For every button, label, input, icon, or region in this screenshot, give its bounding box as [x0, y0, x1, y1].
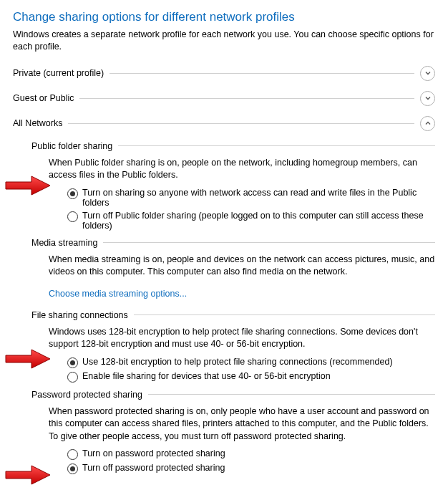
radio-icon	[67, 463, 78, 474]
password-sharing-heading: Password protected sharing	[31, 390, 435, 400]
file-sharing-desc: Windows uses 128-bit encryption to help …	[49, 326, 435, 351]
radio-label: Turn off password protected sharing	[82, 463, 435, 473]
radio-icon	[67, 449, 78, 460]
password-sharing-desc: When password protected sharing is on, o…	[49, 405, 435, 443]
advanced-sharing-page: Change sharing options for different net…	[0, 0, 448, 490]
profile-private-row[interactable]: Private (current profile)	[13, 66, 435, 81]
media-streaming-desc: When media streaming is on, people and d…	[49, 254, 435, 279]
public-folder-sharing-off-radio[interactable]: Turn off Public folder sharing (people l…	[67, 211, 435, 231]
radio-label: Use 128-bit encryption to help protect f…	[82, 357, 435, 367]
profile-all-label: All Networks	[13, 118, 68, 128]
media-streaming-heading: Media streaming	[31, 238, 435, 248]
section-heading-label: File sharing connections	[31, 310, 134, 320]
section-heading-label: Media streaming	[31, 238, 103, 248]
file-sharing-40bit-radio[interactable]: Enable file sharing for devices that use…	[67, 371, 435, 383]
profile-guest-row[interactable]: Guest or Public	[13, 91, 435, 106]
file-sharing-heading: File sharing connections	[31, 310, 435, 320]
annotation-arrow-icon	[3, 463, 53, 486]
radio-label: Enable file sharing for devices that use…	[82, 371, 435, 381]
password-sharing-options: Turn on password protected sharing Turn …	[67, 448, 435, 474]
page-title: Change sharing options for different net…	[13, 10, 435, 24]
divider	[134, 314, 435, 315]
divider	[68, 123, 414, 124]
collapse-all-button[interactable]	[420, 116, 435, 131]
divider	[118, 145, 435, 146]
section-heading-label: Password protected sharing	[31, 390, 148, 400]
radio-icon	[67, 188, 78, 199]
divider	[103, 242, 435, 243]
divider	[109, 73, 414, 74]
public-folder-sharing-desc: When Public folder sharing is on, people…	[49, 157, 435, 182]
annotation-arrow-icon	[3, 174, 53, 197]
page-subtitle: Windows creates a separate network profi…	[13, 29, 435, 53]
radio-icon	[67, 357, 78, 368]
public-folder-sharing-options: Turn on sharing so anyone with network a…	[67, 188, 435, 231]
chevron-up-icon	[424, 120, 432, 127]
radio-icon	[67, 211, 78, 222]
profile-private-label: Private (current profile)	[13, 68, 109, 78]
radio-label: Turn off Public folder sharing (people l…	[82, 211, 435, 231]
radio-label: Turn on sharing so anyone with network a…	[82, 188, 435, 208]
media-streaming-options-link[interactable]: Choose media streaming options...	[49, 289, 187, 299]
chevron-down-icon	[424, 69, 432, 77]
profile-guest-label: Guest or Public	[13, 93, 79, 103]
expand-private-button[interactable]	[420, 66, 435, 81]
public-folder-sharing-heading: Public folder sharing	[31, 141, 435, 151]
divider	[148, 394, 435, 395]
radio-icon	[67, 372, 78, 383]
divider	[79, 98, 414, 99]
annotation-arrow-icon	[3, 347, 53, 370]
profile-all-row[interactable]: All Networks	[13, 116, 435, 131]
file-sharing-128bit-radio[interactable]: Use 128-bit encryption to help protect f…	[67, 357, 435, 368]
radio-label: Turn on password protected sharing	[82, 448, 435, 458]
public-folder-sharing-on-radio[interactable]: Turn on sharing so anyone with network a…	[67, 188, 435, 208]
expand-guest-button[interactable]	[420, 91, 435, 106]
password-sharing-off-radio[interactable]: Turn off password protected sharing	[67, 463, 435, 474]
chevron-down-icon	[424, 95, 432, 102]
section-heading-label: Public folder sharing	[31, 141, 118, 151]
password-sharing-on-radio[interactable]: Turn on password protected sharing	[67, 448, 435, 460]
file-sharing-options: Use 128-bit encryption to help protect f…	[67, 357, 435, 383]
